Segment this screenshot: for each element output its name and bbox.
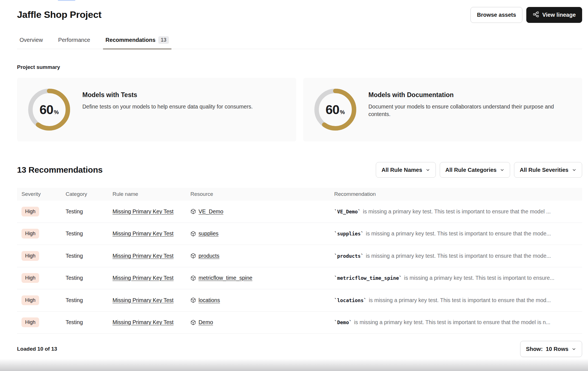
models-with-tests-card: 60 % Models with Tests Define tests on y… (17, 78, 296, 141)
lineage-icon (533, 11, 539, 19)
model-cube-icon (190, 253, 196, 259)
filter-bar: All Rule Names All Rule Categories All R… (376, 162, 582, 178)
rule-name-link[interactable]: Missing Primary Key Test (113, 319, 174, 325)
column-header-category: Category (66, 191, 113, 197)
chevron-down-icon (572, 168, 577, 172)
model-cube-icon (190, 275, 196, 281)
model-cube-icon (190, 209, 196, 214)
category-cell: Testing (66, 319, 113, 326)
loaded-status: Loaded 10 of 13 (17, 346, 57, 352)
rule-name-link[interactable]: Missing Primary Key Test (113, 208, 174, 215)
page-title: Jaffle Shop Project (17, 7, 101, 20)
page: Jaffle Shop Project Browse assets View l… (0, 0, 588, 371)
rule-names-filter[interactable]: All Rule Names (376, 162, 436, 178)
column-header-recommendation: Recommendation (334, 191, 582, 197)
page-header: Jaffle Shop Project Browse assets View l… (17, 0, 582, 23)
model-cube-icon (190, 231, 196, 237)
recommendation-cell: `VE_Demo` is missing a primary key test.… (334, 208, 582, 215)
show-value: 10 Rows (546, 346, 568, 352)
tab-performance[interactable]: Performance (56, 35, 93, 49)
resource-link[interactable]: products (199, 253, 219, 259)
recommendation-text: is missing a primary key test. This test… (366, 253, 551, 259)
card-description-tests: Define tests on your models to help ensu… (82, 103, 253, 110)
recommendation-text: is missing a primary key test. This test… (366, 230, 551, 237)
recommendations-header: 13 Recommendations All Rule Names All Ru… (17, 162, 582, 178)
resource-link[interactable]: metricflow_time_spine (199, 275, 252, 281)
table-row: High Testing Missing Primary Key Test su… (17, 223, 582, 245)
chevron-down-icon (500, 168, 505, 172)
recommendation-cell: `supplies` is missing a primary key test… (334, 230, 582, 237)
severity-badge: High (21, 251, 39, 261)
tests-percent-value: 60 (40, 102, 53, 117)
resource-code: `locations` (334, 298, 367, 303)
tab-recommendations[interactable]: Recommendations 13 (103, 35, 171, 49)
recommendations-table: Severity Category Rule name Resource Rec… (17, 188, 582, 334)
resource-code: `supplies` (334, 231, 364, 237)
rule-severities-filter[interactable]: All Rule Severities (514, 162, 582, 178)
tab-overview[interactable]: Overview (17, 35, 45, 49)
resource-code: `Demo` (334, 320, 352, 325)
show-label: Show: (526, 346, 543, 352)
table-row: High Testing Missing Primary Key Test pr… (17, 245, 582, 267)
card-title-tests: Models with Tests (82, 91, 253, 99)
table-row: High Testing Missing Primary Key Test me… (17, 267, 582, 290)
chevron-down-icon (572, 347, 576, 351)
category-cell: Testing (66, 297, 113, 303)
resource-link[interactable]: VE_Demo (199, 208, 223, 215)
table-row: High Testing Missing Primary Key Test VE… (17, 201, 582, 223)
documentation-percent-value: 60 (326, 102, 339, 117)
column-header-resource: Resource (190, 191, 334, 197)
model-cube-icon (190, 297, 196, 303)
resource-link[interactable]: supplies (199, 230, 219, 237)
recommendation-text: is missing a primary key test. This test… (404, 275, 554, 281)
recommendation-text: is missing a primary key test. This test… (354, 319, 550, 326)
resource-code: `VE_Demo` (334, 209, 361, 215)
severity-badge: High (21, 317, 39, 327)
chevron-down-icon (426, 168, 430, 172)
resource-link[interactable]: Demo (199, 319, 213, 326)
resource-link[interactable]: locations (199, 297, 220, 303)
project-summary-label: Project summary (17, 64, 582, 70)
rule-name-link[interactable]: Missing Primary Key Test (113, 253, 174, 259)
header-actions: Browse assets View lineage (470, 7, 582, 23)
models-with-documentation-card: 60 % Models with Documentation Document … (303, 78, 582, 141)
rule-name-link[interactable]: Missing Primary Key Test (113, 230, 174, 237)
recommendation-text: is missing a primary key test. This test… (363, 208, 551, 215)
category-cell: Testing (66, 208, 113, 215)
column-header-severity: Severity (21, 191, 66, 197)
resource-code: `products` (334, 253, 364, 259)
rule-name-link[interactable]: Missing Primary Key Test (113, 275, 174, 281)
rows-per-page-select[interactable]: Show: 10 Rows (520, 341, 582, 357)
tab-bar: Overview Performance Recommendations 13 (17, 35, 582, 49)
table-row: High Testing Missing Primary Key Test lo… (17, 289, 582, 312)
card-title-documentation: Models with Documentation (369, 91, 573, 99)
model-cube-icon (190, 320, 196, 325)
rule-name-link[interactable]: Missing Primary Key Test (113, 297, 174, 303)
browse-assets-button[interactable]: Browse assets (470, 7, 522, 23)
recommendation-cell: `metricflow_time_spine` is missing a pri… (334, 275, 582, 281)
severity-badge: High (21, 273, 39, 283)
recommendations-heading: 13 Recommendations (17, 165, 103, 175)
table-header-row: Severity Category Rule name Resource Rec… (17, 188, 582, 201)
severity-badge: High (21, 295, 39, 305)
resource-code: `metricflow_time_spine` (334, 275, 402, 281)
rule-categories-filter[interactable]: All Rule Categories (440, 162, 510, 178)
recommendation-cell: `products` is missing a primary key test… (334, 253, 582, 259)
recommendation-text: is missing a primary key test. This test… (369, 297, 551, 303)
summary-cards: 60 % Models with Tests Define tests on y… (17, 78, 582, 141)
category-cell: Testing (66, 253, 113, 259)
documentation-donut-chart: 60 % (314, 89, 356, 131)
recommendation-cell: `locations` is missing a primary key tes… (334, 297, 582, 303)
tests-donut-chart: 60 % (28, 89, 70, 131)
recommendations-count-badge: 13 (158, 36, 169, 44)
severity-badge: High (21, 207, 39, 216)
card-description-documentation: Document your models to ensure collabora… (369, 103, 573, 118)
percent-sign: % (54, 109, 59, 115)
table-row: High Testing Missing Primary Key Test De… (17, 312, 582, 334)
column-header-rule-name: Rule name (113, 191, 190, 197)
view-lineage-label: View lineage (542, 12, 576, 18)
table-footer: Loaded 10 of 13 Show: 10 Rows (17, 341, 582, 357)
severity-badge: High (21, 229, 39, 238)
recommendation-cell: `Demo` is missing a primary key test. Th… (334, 319, 582, 326)
view-lineage-button[interactable]: View lineage (526, 7, 582, 23)
